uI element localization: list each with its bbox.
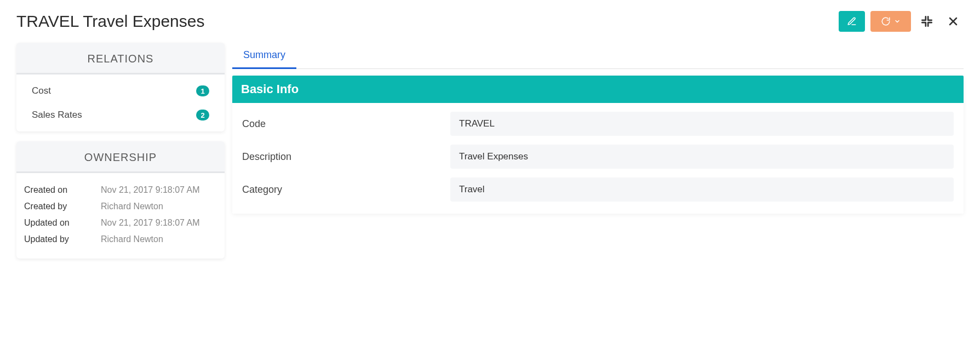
main-area: Summary Basic Info Code TRAVEL Descripti… [232, 43, 964, 214]
ownership-row: Created by Richard Newton [24, 198, 217, 215]
relation-label: Cost [32, 85, 51, 96]
field-label: Code [242, 118, 450, 130]
header-actions [839, 11, 964, 32]
field-value: TRAVEL [450, 112, 954, 136]
ownership-panel: OWNERSHIP Created on Nov 21, 2017 9:18:0… [16, 141, 225, 259]
ownership-value: Richard Newton [101, 234, 163, 244]
edit-button[interactable] [839, 11, 865, 32]
ownership-row: Updated by Richard Newton [24, 231, 217, 248]
collapse-button[interactable] [916, 11, 937, 32]
close-icon [947, 15, 960, 28]
ownership-body: Created on Nov 21, 2017 9:18:07 AM Creat… [16, 173, 225, 259]
relations-list: Cost 1 Sales Rates 2 [16, 74, 225, 131]
ownership-header: OWNERSHIP [16, 141, 225, 173]
ownership-row: Created on Nov 21, 2017 9:18:07 AM [24, 182, 217, 198]
relation-count-badge: 1 [196, 85, 209, 96]
sidebar: RELATIONS Cost 1 Sales Rates 2 OWNERSHIP… [16, 43, 225, 268]
field-value: Travel [450, 177, 954, 202]
relation-count-badge: 2 [196, 110, 209, 121]
field-label: Category [242, 184, 450, 196]
basic-info-header: Basic Info [232, 76, 964, 103]
ownership-value: Richard Newton [101, 202, 163, 211]
content-area: RELATIONS Cost 1 Sales Rates 2 OWNERSHIP… [16, 43, 964, 268]
chevron-down-icon [894, 18, 901, 25]
header-row: TRAVEL Travel Expenses [16, 11, 964, 32]
page-title: TRAVEL Travel Expenses [16, 12, 204, 31]
field-value: Travel Expenses [450, 145, 954, 169]
relation-item-cost[interactable]: Cost 1 [16, 79, 225, 103]
relation-item-sales-rates[interactable]: Sales Rates 2 [16, 103, 225, 127]
ownership-value: Nov 21, 2017 9:18:07 AM [101, 185, 200, 195]
tab-bar: Summary [232, 43, 964, 69]
ownership-label: Created by [24, 202, 101, 211]
field-row-code: Code TRAVEL [242, 112, 954, 136]
workflow-dropdown-button[interactable] [870, 11, 911, 32]
relations-panel: RELATIONS Cost 1 Sales Rates 2 [16, 43, 225, 131]
relations-header: RELATIONS [16, 43, 225, 74]
basic-info-card: Basic Info Code TRAVEL Description Trave… [232, 76, 964, 214]
workflow-icon [881, 16, 891, 26]
close-button[interactable] [943, 11, 964, 32]
ownership-value: Nov 21, 2017 9:18:07 AM [101, 218, 200, 228]
ownership-label: Created on [24, 185, 101, 195]
basic-info-body: Code TRAVEL Description Travel Expenses … [232, 103, 964, 214]
field-label: Description [242, 151, 450, 163]
tab-summary[interactable]: Summary [232, 43, 296, 69]
relation-label: Sales Rates [32, 110, 82, 121]
field-row-category: Category Travel [242, 177, 954, 202]
field-row-description: Description Travel Expenses [242, 145, 954, 169]
pencil-icon [847, 16, 857, 26]
ownership-label: Updated on [24, 218, 101, 228]
minimize-icon [920, 14, 934, 28]
ownership-label: Updated by [24, 234, 101, 244]
ownership-row: Updated on Nov 21, 2017 9:18:07 AM [24, 215, 217, 231]
